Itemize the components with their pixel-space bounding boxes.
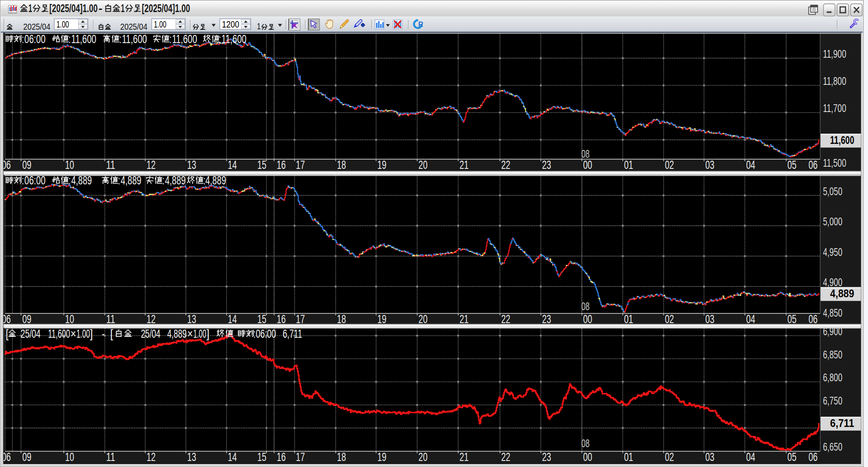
svg-text:08: 08 (581, 147, 590, 160)
svg-text:6,750: 6,750 (823, 394, 843, 407)
svg-text:02: 02 (665, 313, 674, 326)
svg-text:1: 1 (257, 21, 261, 31)
svg-text:4,889: 4,889 (206, 174, 226, 187)
svg-text:4,950: 4,950 (823, 246, 843, 258)
svg-text:00: 00 (583, 313, 592, 326)
svg-text:17: 17 (296, 159, 305, 171)
svg-text:6,650: 6,650 (823, 440, 843, 453)
svg-text:15: 15 (257, 313, 266, 326)
svg-text:1: 1 (121, 2, 125, 14)
svg-text:14: 14 (228, 451, 237, 464)
svg-text:11: 11 (106, 159, 115, 171)
svg-text:06: 06 (809, 313, 818, 326)
svg-text:22: 22 (501, 451, 510, 464)
svg-text:22: 22 (501, 313, 510, 326)
svg-text:-: - (102, 327, 105, 340)
svg-text:16: 16 (277, 313, 286, 326)
svg-text:15: 15 (257, 451, 266, 464)
svg-text:1.00: 1.00 (154, 19, 166, 30)
svg-text:10: 10 (65, 313, 74, 326)
svg-text:14: 14 (228, 313, 237, 326)
svg-text:-: - (99, 2, 103, 14)
svg-text:08: 08 (581, 437, 590, 450)
svg-text:06:00: 06:00 (25, 174, 46, 187)
svg-text:21: 21 (459, 313, 468, 326)
svg-text:2025/04: 2025/04 (120, 22, 147, 31)
svg-text:5,050: 5,050 (823, 185, 843, 198)
svg-text:4,889: 4,889 (71, 174, 92, 187)
svg-text:[2025/04]1.00: [2025/04]1.00 (142, 2, 190, 14)
svg-text:13: 13 (187, 313, 196, 326)
svg-text:4,889: 4,889 (121, 174, 141, 187)
svg-text:20: 20 (418, 313, 428, 326)
svg-text:20: 20 (418, 451, 428, 464)
svg-text:08: 08 (581, 300, 590, 313)
svg-text:2025/04: 2025/04 (23, 22, 50, 31)
svg-text:13: 13 (187, 451, 196, 464)
svg-text:06:00: 06:00 (256, 327, 276, 340)
svg-text:20: 20 (418, 159, 428, 171)
svg-text:1: 1 (28, 2, 32, 14)
svg-text:[: [ (6, 327, 9, 340)
svg-text:05: 05 (787, 313, 796, 326)
svg-text:]: ] (90, 327, 93, 340)
svg-text:R: R (418, 21, 424, 28)
svg-text::: : (69, 33, 71, 46)
svg-text:06: 06 (809, 451, 818, 464)
svg-text:02: 02 (665, 159, 674, 171)
svg-text:12: 12 (147, 451, 156, 464)
svg-text:18: 18 (337, 451, 346, 464)
svg-text:19: 19 (378, 313, 387, 326)
svg-text:11,600: 11,600 (48, 327, 70, 340)
svg-text:22: 22 (501, 159, 510, 171)
svg-text:5,000: 5,000 (823, 215, 843, 228)
svg-text:[: [ (110, 327, 113, 340)
svg-text:11,700: 11,700 (823, 102, 846, 115)
svg-text:6,800: 6,800 (823, 371, 843, 384)
svg-text:11,900: 11,900 (823, 47, 846, 60)
svg-text:15: 15 (257, 159, 266, 171)
svg-text:[2025/04]1.00: [2025/04]1.00 (50, 2, 98, 14)
svg-text::: : (22, 174, 24, 187)
svg-text:1.00: 1.00 (77, 327, 90, 340)
svg-text:09: 09 (22, 313, 31, 326)
svg-text:11: 11 (106, 313, 115, 326)
svg-text:6,711: 6,711 (830, 417, 854, 430)
svg-text:21: 21 (459, 159, 468, 171)
svg-text:6,711: 6,711 (283, 327, 302, 340)
svg-text:11,600: 11,600 (172, 33, 197, 46)
svg-text::: : (162, 174, 165, 187)
svg-text:09: 09 (22, 159, 31, 171)
svg-text::: : (169, 33, 172, 46)
svg-text:17: 17 (296, 313, 305, 326)
svg-text:18: 18 (337, 313, 346, 326)
svg-text:18: 18 (337, 159, 346, 171)
svg-text:16: 16 (277, 159, 286, 171)
svg-text:01: 01 (624, 313, 633, 326)
svg-text:10: 10 (65, 451, 74, 464)
svg-text:4,889: 4,889 (165, 174, 186, 187)
svg-text:02: 02 (665, 451, 674, 464)
svg-text:05: 05 (787, 159, 796, 171)
svg-text:03: 03 (706, 451, 715, 464)
svg-text:4,889: 4,889 (830, 287, 854, 300)
svg-text:05: 05 (787, 451, 796, 464)
svg-text:03: 03 (706, 313, 715, 326)
svg-text:06: 06 (809, 159, 818, 171)
svg-text:1.00: 1.00 (56, 19, 69, 30)
svg-text:11,600: 11,600 (830, 134, 854, 146)
svg-text:00: 00 (583, 159, 592, 171)
svg-text:11,600: 11,600 (222, 33, 247, 46)
svg-text::: : (69, 174, 71, 187)
svg-text:1.00: 1.00 (194, 327, 206, 340)
svg-text:11,800: 11,800 (823, 75, 846, 87)
svg-text::: : (119, 33, 122, 46)
svg-text::: : (118, 174, 120, 187)
svg-text:16: 16 (277, 451, 286, 464)
svg-text:04: 04 (746, 159, 755, 171)
svg-text:4,850: 4,850 (823, 306, 843, 319)
svg-text:04: 04 (746, 313, 755, 326)
svg-text:23: 23 (542, 159, 551, 171)
svg-text:11,600: 11,600 (71, 33, 96, 46)
svg-text:6,900: 6,900 (823, 325, 843, 338)
